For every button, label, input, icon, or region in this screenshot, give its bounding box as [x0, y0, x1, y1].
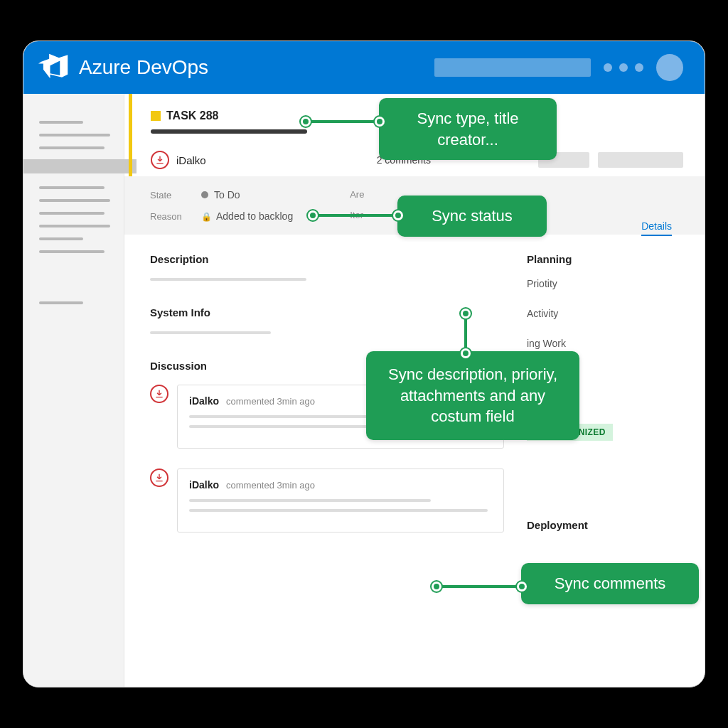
- callout-anchor-dot: [461, 348, 471, 358]
- planning-item[interactable]: Priotity: [527, 278, 683, 289]
- callout-description: Sync description, prioriy, attachments a…: [366, 351, 579, 440]
- creator-name: iDalko: [176, 154, 206, 166]
- planning-item[interactable]: ing Work: [527, 338, 683, 349]
- comment-author: iDalko: [189, 479, 219, 491]
- deployment-heading: Deployment: [527, 519, 683, 531]
- callout-anchor-dot: [432, 582, 441, 592]
- callout-anchor-dot: [301, 117, 311, 127]
- state-label: State: [150, 190, 190, 200]
- task-title-input[interactable]: [151, 129, 307, 134]
- comment-avatar-icon: [150, 469, 168, 487]
- callout-connector: [316, 214, 395, 217]
- callout-anchor-dot: [375, 117, 385, 127]
- sidebar-item[interactable]: [39, 225, 110, 228]
- lock-icon: 🔒: [201, 212, 212, 222]
- callout-anchor-dot: [517, 582, 527, 592]
- avatar[interactable]: [656, 54, 683, 81]
- callout-anchor-dot: [393, 210, 403, 220]
- comment-avatar-icon: [150, 385, 168, 403]
- sidebar-item[interactable]: [39, 121, 83, 124]
- task-id: TASK 288: [166, 109, 219, 122]
- reason-value[interactable]: 🔒Added to backlog: [201, 210, 293, 222]
- callout-type-title: Sync type, title creator...: [379, 98, 557, 160]
- sidebar-item[interactable]: [39, 146, 105, 149]
- system-info-content: [150, 331, 271, 334]
- comment-meta: commented 3min ago: [226, 396, 315, 407]
- search-input[interactable]: [434, 58, 591, 77]
- action-button[interactable]: [598, 152, 683, 168]
- sidebar-item[interactable]: [39, 301, 83, 304]
- sidebar: [23, 94, 124, 687]
- status-dot-icon: [201, 191, 208, 198]
- sidebar-item[interactable]: [39, 199, 110, 202]
- comment-text-line: [189, 509, 488, 512]
- brand: Azure DevOps: [38, 51, 208, 84]
- header-more-icon[interactable]: [604, 63, 643, 72]
- sidebar-item[interactable]: [39, 212, 105, 215]
- tab-details[interactable]: Details: [641, 220, 672, 236]
- sidebar-item[interactable]: [39, 186, 105, 189]
- comment-card[interactable]: iDalko commented 3min ago: [177, 469, 504, 532]
- azure-devops-icon: [38, 51, 70, 84]
- app-header: Azure DevOps: [23, 41, 705, 94]
- callout-comments: Sync comments: [521, 563, 699, 604]
- description-content[interactable]: [150, 278, 306, 281]
- planning-heading: Planning: [527, 253, 683, 265]
- callout-anchor-dot: [308, 210, 318, 220]
- section-description: Description: [150, 253, 505, 265]
- callout-connector: [464, 316, 467, 350]
- work-item-detail: TASK 288 iDalko 2 comments: [124, 94, 705, 687]
- comment-item: iDalko commented 3min ago: [150, 469, 505, 532]
- sidebar-item[interactable]: [39, 250, 105, 253]
- app-title: Azure DevOps: [79, 56, 208, 79]
- callout-connector: [440, 585, 518, 588]
- app-window: Azure DevOps: [23, 41, 705, 687]
- header-right: [434, 54, 683, 81]
- comment-meta: commented 3min ago: [226, 480, 315, 491]
- reason-label: Reason: [150, 211, 190, 222]
- section-system-info: System Info: [150, 306, 505, 318]
- comment-text-line: [189, 499, 431, 502]
- callout-status: Sync status: [397, 196, 547, 237]
- state-value[interactable]: To Do: [201, 189, 240, 200]
- area-label: Are: [350, 189, 390, 200]
- task-type-icon: [151, 111, 161, 121]
- creator-avatar-icon: [151, 151, 169, 169]
- sidebar-item[interactable]: [39, 237, 83, 240]
- callout-connector: [309, 120, 376, 123]
- callout-anchor-dot: [461, 309, 471, 318]
- planning-item[interactable]: Activity: [527, 308, 683, 319]
- sidebar-item-selected[interactable]: [23, 159, 136, 173]
- app-body: TASK 288 iDalko 2 comments: [23, 94, 705, 687]
- sidebar-item[interactable]: [39, 134, 110, 136]
- comment-author: iDalko: [189, 395, 219, 407]
